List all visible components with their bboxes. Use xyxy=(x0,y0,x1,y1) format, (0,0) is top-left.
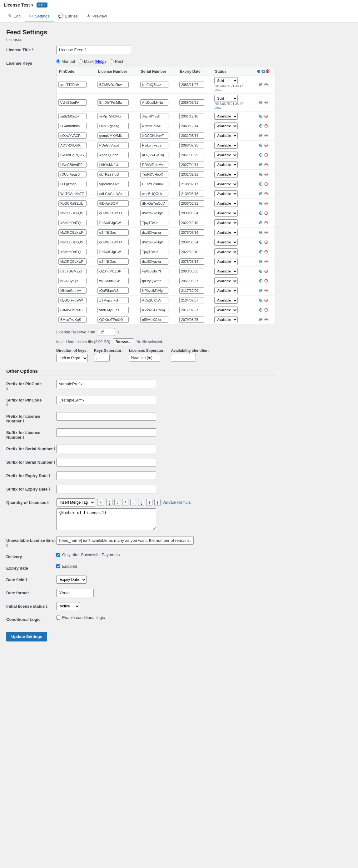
row-remove-icon[interactable]: ⊖ xyxy=(264,288,268,293)
brace-close-btn[interactable]: } xyxy=(146,499,153,506)
license-cell[interactable] xyxy=(97,249,129,255)
row-remove-icon[interactable]: ⊖ xyxy=(264,239,268,245)
serial-cell[interactable] xyxy=(140,171,168,178)
row-remove-icon[interactable]: ⊖ xyxy=(264,278,268,283)
row-remove-icon[interactable]: ⊖ xyxy=(264,162,268,167)
status-select[interactable]: Sold Available xyxy=(214,297,238,304)
date-format-input[interactable] xyxy=(56,589,94,597)
row-add-icon[interactable]: ⊕ xyxy=(259,278,263,283)
merge-tag-select[interactable]: Insert Merge Tag xyxy=(56,498,95,506)
delete-icon[interactable]: 🗑 xyxy=(265,69,270,74)
prefix-pincode-input[interactable] xyxy=(56,380,156,388)
serial-cell[interactable] xyxy=(140,132,168,139)
pincode-cell[interactable] xyxy=(58,249,87,255)
license-cell[interactable] xyxy=(97,268,129,274)
status-select[interactable]: Sold Available xyxy=(214,219,238,226)
license-cell[interactable] xyxy=(97,191,129,197)
unavailable-error-input[interactable] xyxy=(56,536,194,545)
serial-cell[interactable] xyxy=(140,152,168,158)
suffix-license-input[interactable] xyxy=(56,428,156,437)
row-add-icon[interactable]: ⊕ xyxy=(259,259,263,264)
expiry-cell[interactable] xyxy=(179,82,204,88)
status-select[interactable]: Sold Available xyxy=(214,307,238,313)
serial-cell[interactable] xyxy=(140,161,168,168)
pincode-cell[interactable] xyxy=(58,132,87,139)
add-copy-icon[interactable]: ⧉ xyxy=(261,69,265,74)
expiry-cell[interactable] xyxy=(179,229,204,236)
browse-button[interactable]: Browse... xyxy=(113,338,134,345)
row-add-icon[interactable]: ⊕ xyxy=(259,82,263,87)
delivery-checkbox[interactable] xyxy=(56,553,60,557)
serial-cell[interactable] xyxy=(140,181,168,187)
serial-cell[interactable] xyxy=(140,307,168,313)
app-title-dropdown[interactable]: License Test ▾ xyxy=(4,2,33,7)
expiry-cell[interactable] xyxy=(179,99,204,105)
row-remove-icon[interactable]: ⊖ xyxy=(264,100,268,105)
serial-cell[interactable] xyxy=(140,239,168,245)
pincode-cell[interactable] xyxy=(58,278,87,284)
slash-btn[interactable]: / xyxy=(122,499,128,506)
expiry-date-checkbox[interactable] xyxy=(56,564,60,568)
license-cell[interactable] xyxy=(97,171,129,178)
pincode-cell[interactable] xyxy=(58,258,87,265)
conditional-logic-checkbox[interactable] xyxy=(56,616,60,620)
row-remove-icon[interactable]: ⊖ xyxy=(264,317,268,322)
suffix-pincode-input[interactable] xyxy=(56,396,156,404)
license-cell[interactable] xyxy=(97,210,129,216)
expiry-cell[interactable] xyxy=(179,191,204,197)
license-cell[interactable] xyxy=(97,220,129,226)
license-cell[interactable] xyxy=(97,316,129,323)
status-select[interactable]: Sold Available xyxy=(214,113,238,120)
brace-open2-btn[interactable]: { xyxy=(138,499,144,506)
row-add-icon[interactable]: ⊕ xyxy=(259,191,263,196)
expiry-cell[interactable] xyxy=(179,200,204,207)
row-add-icon[interactable]: ⊕ xyxy=(259,269,263,274)
serial-cell[interactable] xyxy=(140,249,168,255)
row-remove-icon[interactable]: ⊖ xyxy=(264,210,268,216)
row-remove-icon[interactable]: ⊖ xyxy=(264,249,268,254)
row-add-icon[interactable]: ⊕ xyxy=(259,152,263,157)
expiry-cell[interactable] xyxy=(179,239,204,245)
status-select[interactable]: Sold Available xyxy=(214,210,238,217)
colon-btn[interactable]: : xyxy=(114,499,120,506)
row-add-icon[interactable]: ⊕ xyxy=(259,230,263,235)
serial-cell[interactable] xyxy=(140,210,168,216)
status-select[interactable]: Sold Available xyxy=(214,316,238,323)
expiry-cell[interactable] xyxy=(179,258,204,265)
serial-cell[interactable] xyxy=(140,278,168,284)
initial-status-select[interactable]: Active Inactive xyxy=(56,602,80,610)
row-remove-icon[interactable]: ⊖ xyxy=(264,269,268,274)
expiry-cell[interactable] xyxy=(179,210,204,216)
delivery-checkbox-label[interactable]: Only after Successful Payments xyxy=(56,552,275,557)
license-cell[interactable] xyxy=(97,297,129,303)
suffix-expiry-input[interactable] xyxy=(56,485,156,493)
status-select[interactable]: Sold Available xyxy=(214,248,238,255)
prefix-serial-input[interactable] xyxy=(56,445,156,453)
row-remove-icon[interactable]: ⊖ xyxy=(264,298,268,303)
serial-cell[interactable] xyxy=(140,82,168,88)
row-remove-icon[interactable]: ⊖ xyxy=(264,82,268,87)
license-cell[interactable] xyxy=(97,99,129,105)
update-settings-button[interactable]: Update Settings xyxy=(6,632,47,642)
add-plus-icon[interactable]: ⊕ xyxy=(257,69,261,74)
license-cell[interactable] xyxy=(97,278,129,284)
status-select[interactable]: Sold Available xyxy=(214,152,238,158)
row-add-icon[interactable]: ⊕ xyxy=(259,143,263,148)
row-add-icon[interactable]: ⊕ xyxy=(259,239,263,245)
row-remove-icon[interactable]: ⊖ xyxy=(264,307,268,312)
license-cell[interactable] xyxy=(97,239,129,245)
expiry-cell[interactable] xyxy=(179,142,204,148)
expiry-cell[interactable] xyxy=(179,171,204,178)
tab-entries[interactable]: 💬 Entries xyxy=(54,10,82,22)
expiry-cell[interactable] xyxy=(179,152,204,158)
pincode-cell[interactable] xyxy=(58,99,87,105)
prefix-expiry-input[interactable] xyxy=(56,471,156,480)
serial-cell[interactable] xyxy=(140,258,168,265)
row-remove-icon[interactable]: ⊖ xyxy=(264,143,268,148)
row-remove-icon[interactable]: ⊖ xyxy=(264,123,268,128)
expiry-date-checkbox-label[interactable]: Enabled xyxy=(56,564,275,569)
row-remove-icon[interactable]: ⊖ xyxy=(264,181,268,187)
serial-cell[interactable] xyxy=(140,297,168,303)
serial-cell[interactable] xyxy=(140,287,168,294)
status-select[interactable]: Sold Available xyxy=(214,200,238,207)
